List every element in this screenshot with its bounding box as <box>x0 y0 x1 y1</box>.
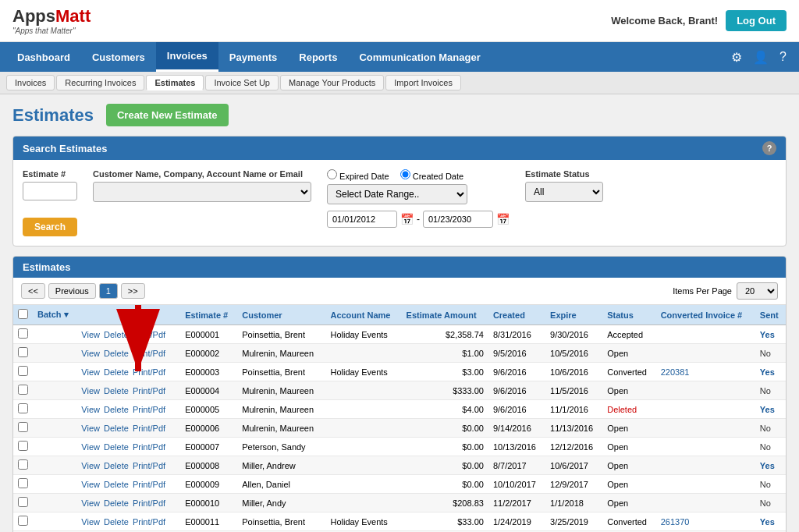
col-status[interactable]: Status <box>602 305 655 325</box>
delete-link[interactable]: Delete <box>104 424 129 433</box>
view-link[interactable]: View <box>81 349 100 358</box>
view-link[interactable]: View <box>81 405 100 414</box>
delete-link[interactable]: Delete <box>104 461 129 470</box>
search-help-button[interactable]: ? <box>762 141 776 155</box>
date-from-input[interactable] <box>327 211 397 228</box>
create-estimate-button[interactable]: Create New Estimate <box>106 104 229 126</box>
subnav-recurring-invoices[interactable]: Recurring Invoices <box>56 75 144 90</box>
row-checkbox[interactable] <box>18 459 28 470</box>
nav-customers[interactable]: Customers <box>81 44 156 71</box>
view-link[interactable]: View <box>81 367 100 377</box>
print-link[interactable]: Print/Pdf <box>133 405 165 414</box>
row-checkbox[interactable] <box>18 385 28 395</box>
row-checkbox[interactable] <box>18 478 28 488</box>
calendar-from-icon[interactable]: 📅 <box>400 213 414 225</box>
print-link[interactable]: Print/Pdf <box>133 517 165 527</box>
print-link[interactable]: Print/Pdf <box>133 424 165 433</box>
row-sent: No <box>755 494 786 512</box>
subnav-import-invoices[interactable]: Import Invoices <box>385 75 461 90</box>
settings-icon[interactable]: ⚙ <box>731 50 742 65</box>
view-link[interactable]: View <box>81 442 100 452</box>
search-button[interactable]: Search <box>23 218 77 236</box>
date-to-input[interactable] <box>423 211 493 228</box>
view-link[interactable]: View <box>81 480 100 489</box>
subnav-estimates[interactable]: Estimates <box>146 75 204 90</box>
row-checkbox[interactable] <box>18 403 28 413</box>
print-link[interactable]: Print/Pdf <box>133 349 165 358</box>
print-link[interactable]: Print/Pdf <box>133 480 165 489</box>
view-link[interactable]: View <box>81 330 100 339</box>
pagination-first[interactable]: << <box>21 283 45 299</box>
view-link[interactable]: View <box>81 498 100 508</box>
delete-link[interactable]: Delete <box>104 330 129 339</box>
pagination-next[interactable]: >> <box>121 283 145 299</box>
delete-link[interactable]: Delete <box>104 349 129 358</box>
delete-link[interactable]: Delete <box>104 367 129 377</box>
col-created[interactable]: Created <box>488 305 545 325</box>
row-amount: $333.00 <box>402 381 488 400</box>
delete-link[interactable]: Delete <box>104 498 129 508</box>
view-link[interactable]: View <box>81 461 100 470</box>
delete-link[interactable]: Delete <box>104 405 129 414</box>
expired-date-radio-label[interactable]: Expired Date <box>327 169 389 181</box>
created-date-radio-label[interactable]: Created Date <box>400 169 464 181</box>
row-checkbox[interactable] <box>18 328 28 339</box>
print-link[interactable]: Print/Pdf <box>133 498 165 508</box>
col-batch[interactable]: Batch ▾ <box>33 305 76 325</box>
delete-link[interactable]: Delete <box>104 442 129 452</box>
nav-communication-manager[interactable]: Communication Manager <box>348 44 491 71</box>
logo-apps: Apps <box>12 6 55 26</box>
items-per-page-select[interactable]: 20 50 100 <box>737 282 778 300</box>
pagination-current[interactable]: 1 <box>99 283 118 299</box>
subnav-invoices[interactable]: Invoices <box>6 75 55 90</box>
delete-link[interactable]: Delete <box>104 386 129 395</box>
view-link[interactable]: View <box>81 386 100 395</box>
expired-date-radio[interactable] <box>327 169 337 179</box>
user-icon[interactable]: 👤 <box>753 50 769 65</box>
converted-invoice-link[interactable]: 220381 <box>661 367 690 377</box>
col-account[interactable]: Account Name <box>325 305 401 325</box>
col-amount[interactable]: Estimate Amount <box>402 305 488 325</box>
row-checkbox[interactable] <box>18 422 28 432</box>
col-sent[interactable]: Sent <box>755 305 786 325</box>
view-link[interactable]: View <box>81 424 100 433</box>
nav-dashboard[interactable]: Dashboard <box>6 44 81 71</box>
row-checkbox[interactable] <box>18 366 28 376</box>
print-link[interactable]: Print/Pdf <box>133 330 165 339</box>
print-link[interactable]: Print/Pdf <box>133 386 165 395</box>
logout-button[interactable]: Log Out <box>726 10 787 31</box>
nav-icons: ⚙ 👤 ? <box>731 50 793 65</box>
pagination-prev[interactable]: Previous <box>48 283 96 299</box>
nav-payments[interactable]: Payments <box>218 44 288 71</box>
nav-invoices[interactable]: Invoices <box>156 42 218 72</box>
col-expire[interactable]: Expire <box>545 305 602 325</box>
row-checkbox[interactable] <box>18 347 28 357</box>
table-wrapper: Batch ▾ Estimate # Customer Account Name… <box>13 305 786 532</box>
print-link[interactable]: Print/Pdf <box>133 442 165 452</box>
col-converted[interactable]: Converted Invoice # <box>656 305 755 325</box>
row-batch-col <box>33 438 76 456</box>
subnav-invoice-setup[interactable]: Invoice Set Up <box>205 75 279 90</box>
delete-link[interactable]: Delete <box>104 517 129 527</box>
print-link[interactable]: Print/Pdf <box>133 461 165 470</box>
row-checkbox[interactable] <box>18 497 28 507</box>
subnav-manage-products[interactable]: Manage Your Products <box>280 75 384 90</box>
print-link[interactable]: Print/Pdf <box>133 367 165 377</box>
created-date-radio[interactable] <box>400 169 410 179</box>
row-account <box>325 438 401 456</box>
nav-reports[interactable]: Reports <box>288 44 348 71</box>
col-estimate-num[interactable]: Estimate # <box>180 305 237 325</box>
help-icon[interactable]: ? <box>779 50 787 64</box>
select-all-checkbox[interactable] <box>18 309 28 319</box>
col-customer[interactable]: Customer <box>237 305 325 325</box>
estimate-num-input[interactable] <box>23 182 77 200</box>
converted-invoice-link[interactable]: 261370 <box>661 517 690 527</box>
date-range-select[interactable]: Select Date Range.. <box>327 184 467 204</box>
status-select[interactable]: All <box>525 182 603 202</box>
calendar-to-icon[interactable]: 📅 <box>496 213 510 225</box>
row-checkbox[interactable] <box>18 441 28 451</box>
row-checkbox[interactable] <box>18 516 28 526</box>
view-link[interactable]: View <box>81 517 100 527</box>
customer-name-select[interactable] <box>93 182 311 202</box>
delete-link[interactable]: Delete <box>104 480 129 489</box>
